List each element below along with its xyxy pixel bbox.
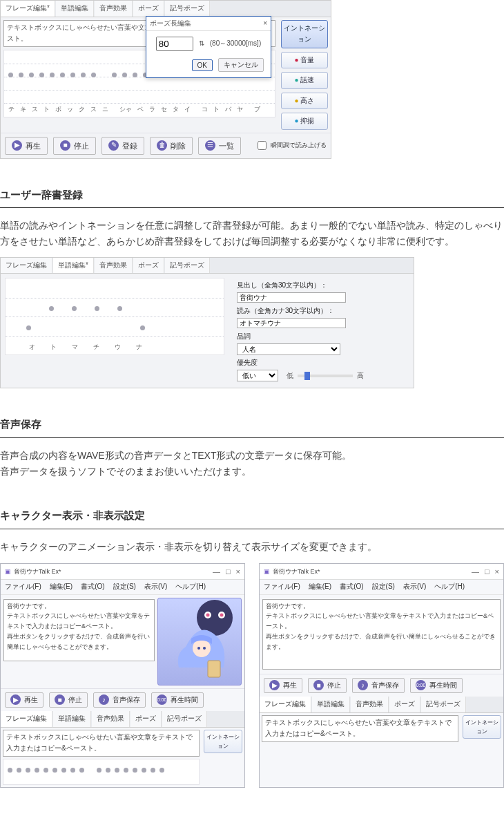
minimize-icon[interactable]: — <box>213 565 220 578</box>
save-audio-button[interactable]: ♪音声保存 <box>352 678 405 694</box>
cancel-button[interactable]: キャンセル <box>218 58 264 72</box>
item[interactable]: ファイル(F) <box>5 581 41 593</box>
tab-voice-effect[interactable]: 音声効果 <box>95 1 133 17</box>
emphasis-button[interactable]: ● 抑揚 <box>281 113 328 130</box>
item[interactable]: 単語編集 <box>53 711 91 727</box>
item[interactable]: 音声効果 <box>92 711 130 727</box>
window-title: 音街ウナTalk Ex* <box>14 567 61 577</box>
ok-button[interactable]: OK <box>192 59 213 71</box>
item[interactable]: ポーズ <box>389 697 420 712</box>
play-time-button[interactable]: 0:00再生時間 <box>410 678 463 694</box>
item[interactable]: 書式(O) <box>81 581 104 593</box>
kana-char: ッ <box>67 104 73 115</box>
play-time-button[interactable]: 0:00再生時間 <box>151 692 204 708</box>
app-icon: ▣ <box>264 567 270 577</box>
item[interactable]: 音声効果 <box>351 697 389 712</box>
pause-value-input[interactable] <box>156 37 193 51</box>
close-icon[interactable]: × <box>263 18 267 30</box>
tab-pause[interactable]: ポーズ <box>133 258 164 274</box>
lower-sentence[interactable]: テキストボックスにしゃべらせたい言葉や文章をテキストで入力またはコピー&ペースト… <box>3 730 200 757</box>
svg-rect-8 <box>208 661 220 677</box>
priority-label: 優先度 <box>237 357 278 369</box>
read-with-pause-checkbox[interactable]: 瞬間調で読み上げる <box>255 137 327 155</box>
item[interactable]: ヘルプ(H) <box>434 581 465 593</box>
tab-word-edit[interactable]: 単語編集* <box>53 258 94 274</box>
volume-button[interactable]: ● 音量 <box>281 52 328 69</box>
tab-symbol-pause[interactable]: 記号ポーズ <box>165 1 210 17</box>
intonation-button[interactable]: イントネーション <box>204 730 242 753</box>
priority-select[interactable]: 低い <box>237 370 278 381</box>
pos-select[interactable]: 人名 <box>237 343 340 355</box>
pitch-button[interactable]: ● 高さ <box>281 93 328 110</box>
item[interactable]: 書式(O) <box>340 581 363 593</box>
play-button[interactable]: ▶再生 <box>5 137 48 155</box>
section-audio-body1: 音声合成の内容をWAVE形式の音声データとTEXT形式の文章データに保存可能。 <box>0 448 504 464</box>
play-button[interactable]: ▶再生 <box>5 692 43 708</box>
tab-pause[interactable]: ポーズ <box>133 1 164 17</box>
headword-input[interactable] <box>237 292 346 303</box>
dialog-title: ポーズ長編集 <box>150 18 191 30</box>
tab-phrase-edit[interactable]: フレーズ編集* <box>1 1 55 17</box>
list-icon: ☰ <box>205 140 215 151</box>
item[interactable]: 表示(V) <box>144 581 167 593</box>
kana-char: イ <box>184 104 191 115</box>
kana-char: セ <box>161 104 167 115</box>
item[interactable]: 記号ポーズ <box>421 697 466 712</box>
tab-voice-effect[interactable]: 音声効果 <box>95 258 133 274</box>
kana-char: ク <box>79 104 85 115</box>
pause-length-dialog: ポーズ長編集 × ⇅ (80～30000[ms]) OK キャンセル <box>146 16 271 79</box>
text-input[interactable]: 音街ウナです。 テキストボックスにしゃべらせたい言葉や文章をテキストで入力または… <box>262 599 501 670</box>
close-icon[interactable]: × <box>495 565 499 578</box>
stop-button[interactable]: ■停止 <box>49 692 88 708</box>
reading-label: 読み（全角カナ30文字以内）： <box>237 305 405 317</box>
save-audio-button[interactable]: ♪音声保存 <box>93 692 146 708</box>
item[interactable]: フレーズ編集 <box>260 697 311 712</box>
delete-button[interactable]: 🗑削除 <box>150 137 193 155</box>
item[interactable]: 記号ポーズ <box>162 711 207 727</box>
svg-point-5 <box>193 639 211 657</box>
list-button[interactable]: ☰一覧 <box>198 137 241 155</box>
svg-point-7 <box>203 647 206 650</box>
window-title: 音街ウナTalk Ex* <box>273 567 320 577</box>
register-button[interactable]: ✎登録 <box>101 137 144 155</box>
tab-word-edit[interactable]: 単語編集 <box>56 1 94 17</box>
item[interactable]: ファイル(F) <box>264 581 300 593</box>
section-audio-title: 音声保存 <box>0 416 504 438</box>
maximize-icon[interactable]: □ <box>485 565 490 578</box>
close-icon[interactable]: × <box>236 565 240 578</box>
item[interactable]: フレーズ編集 <box>1 711 52 727</box>
section-character-body: キャラクターのアニメーション表示・非表示を切り替えて表示サイズを変更できます。 <box>0 539 504 555</box>
kana-char: マ <box>72 342 78 352</box>
text-input[interactable]: 音街ウナです。 テキストボックスにしゃべらせたい言葉や文章をテキストで入力または… <box>3 599 155 661</box>
tab-bar: フレーズ編集* 単語編集 音声効果 ポーズ 記号ポーズ <box>1 1 331 17</box>
svg-point-4 <box>220 613 224 616</box>
item[interactable]: 編集(E) <box>309 581 331 593</box>
tab-phrase-edit[interactable]: フレーズ編集 <box>1 258 52 274</box>
stop-button[interactable]: ■停止 <box>53 137 96 155</box>
item[interactable]: 編集(E) <box>50 581 72 593</box>
stop-button[interactable]: ■停止 <box>308 678 347 694</box>
kana-char: ス <box>90 104 97 115</box>
item[interactable]: 設定(S) <box>372 581 395 593</box>
intonation-button[interactable]: イントネーション <box>281 20 328 48</box>
svg-point-2 <box>206 613 210 616</box>
item[interactable]: 表示(V) <box>403 581 426 593</box>
kana-char: コ <box>202 104 208 115</box>
kana-char: キ <box>20 104 26 115</box>
item[interactable]: 単語編集 <box>312 697 350 712</box>
speed-button[interactable]: ● 話速 <box>281 72 328 89</box>
minimize-icon[interactable]: — <box>472 565 479 578</box>
kana-char: テ <box>8 104 14 115</box>
item[interactable]: 設定(S) <box>113 581 136 593</box>
item[interactable]: ヘルプ(H) <box>175 581 206 593</box>
reading-input[interactable] <box>237 318 346 328</box>
item[interactable]: ポーズ <box>130 711 162 727</box>
kana-char: ラ <box>149 104 155 115</box>
kana-char: ニ <box>102 104 108 115</box>
play-button[interactable]: ▶再生 <box>264 678 302 694</box>
priority-slider[interactable]: 低 高 <box>287 370 364 382</box>
intonation-button[interactable]: イントネーション <box>463 715 501 739</box>
lower-sentence[interactable]: テキストボックスにしゃべらせたい言葉や文章をテキストで入力またはコピー&ペースト… <box>262 715 458 742</box>
tab-symbol-pause[interactable]: 記号ポーズ <box>165 258 210 274</box>
maximize-icon[interactable]: □ <box>226 565 231 578</box>
